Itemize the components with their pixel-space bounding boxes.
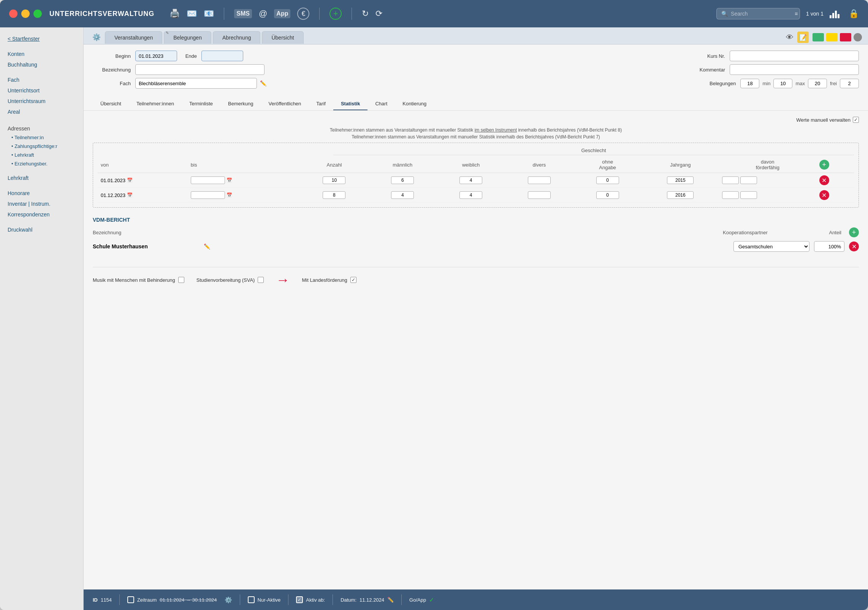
eye-icon[interactable]: 👁: [786, 33, 794, 42]
fach-edit-icon[interactable]: ✏️: [260, 80, 266, 86]
zeitraum-checkbox[interactable]: [127, 596, 134, 603]
vdm-anteil-input[interactable]: [814, 241, 844, 252]
row2-jahrgang-input[interactable]: [667, 191, 694, 199]
sidebar-item-unterrichtsraum[interactable]: Unterrichtsraum: [0, 96, 83, 106]
row1-bis-cal[interactable]: 📅: [227, 178, 232, 183]
landesfoerderung-checkbox[interactable]: [350, 277, 356, 283]
note-icon[interactable]: 📝: [797, 32, 809, 43]
info-line2: Teilnehmer:innen stammen aus Veranstaltu…: [93, 134, 859, 140]
settings-tab-icon[interactable]: ⚙️: [90, 30, 103, 44]
add-row-button[interactable]: +: [819, 160, 829, 170]
beginn-input[interactable]: [135, 51, 177, 61]
musik-checkbox[interactable]: [178, 277, 184, 283]
sub-tab-ubersicht[interactable]: Übersicht: [93, 98, 129, 110]
minimize-button[interactable]: [21, 10, 30, 18]
sidebar-item-unterrichtsort[interactable]: Unterrichtsort: [0, 85, 83, 96]
sidebar-item-areal[interactable]: Areal: [0, 106, 83, 117]
vdm-kooperationspartner-select[interactable]: Gesamtschulen: [733, 241, 809, 252]
close-button[interactable]: [9, 10, 17, 18]
sub-tab-bemerkung[interactable]: Bemerkung: [220, 98, 261, 110]
kommentar-input[interactable]: [730, 64, 859, 75]
add-vdm-button[interactable]: +: [849, 227, 859, 237]
fach-input[interactable]: [135, 78, 257, 89]
sms-icon[interactable]: SMS: [234, 9, 252, 18]
row1-weiblich-input[interactable]: [459, 176, 482, 184]
sb-gear-icon[interactable]: ⚙️: [225, 596, 232, 604]
sidebar-item-inventar[interactable]: Inventar | Instrum.: [0, 199, 83, 209]
aktiv-ab-checkbox[interactable]: ✓: [296, 596, 303, 603]
refresh-icon[interactable]: ↻: [362, 9, 369, 19]
row2-foerder1[interactable]: [722, 191, 739, 199]
row1-anzahl-input[interactable]: [323, 176, 345, 184]
frei-input[interactable]: [840, 79, 859, 88]
add-icon[interactable]: +: [329, 8, 342, 20]
row1-bis-input[interactable]: [191, 176, 225, 184]
row2-bis-cal[interactable]: 📅: [227, 192, 232, 198]
row2-foerder2[interactable]: [740, 191, 757, 199]
sidebar-sub-zahlungspflichtige[interactable]: • Zahlungspflichtige:r: [0, 142, 83, 151]
bezeichnung-input[interactable]: [135, 64, 265, 75]
tab-belegungen[interactable]: Belegungen ✎: [164, 31, 211, 44]
min-input[interactable]: [773, 79, 792, 88]
remove-row1-button[interactable]: ✕: [819, 175, 829, 185]
row1-maennlich-input[interactable]: [391, 176, 414, 184]
row1-ohne-angabe-input[interactable]: [596, 176, 619, 184]
sidebar-item-honorare[interactable]: Honorare: [0, 188, 83, 199]
sidebar-item-konten[interactable]: Konten: [0, 49, 83, 59]
max-input[interactable]: [808, 79, 827, 88]
row1-divers-input[interactable]: [528, 176, 551, 184]
remove-vdm-button[interactable]: ✕: [849, 241, 859, 251]
vdm-edit-icon[interactable]: ✏️: [204, 243, 210, 249]
row2-cal-icon[interactable]: 📅: [127, 192, 133, 198]
nur-aktive-checkbox[interactable]: [248, 596, 255, 603]
werte-checkbox[interactable]: [853, 117, 859, 123]
belegungen-input[interactable]: [740, 79, 759, 88]
euro-icon[interactable]: €: [297, 8, 309, 20]
tab-abrechnung[interactable]: Abrechnung: [213, 31, 261, 44]
sub-tabbar: Übersicht Teilnehmer:innen Terminliste B…: [84, 98, 868, 111]
row1-jahrgang-input[interactable]: [667, 176, 694, 184]
row2-divers-input[interactable]: [528, 191, 551, 199]
app-icon[interactable]: App: [274, 9, 290, 18]
maximize-button[interactable]: [33, 10, 42, 18]
sidebar-item-lehrkraft[interactable]: Lehrkraft: [0, 173, 83, 183]
sub-tab-statistik[interactable]: Statistik: [333, 98, 368, 110]
row2-maennlich-input[interactable]: [391, 191, 414, 199]
sub-tab-teilnehmer[interactable]: Teilnehmer:innen: [129, 98, 182, 110]
tab-ubersicht[interactable]: Übersicht: [262, 31, 303, 44]
sidebar-sub-erziehungsber[interactable]: • Erziehungsber.: [0, 159, 83, 168]
sub-tab-kontierung[interactable]: Kontierung: [395, 98, 434, 110]
studienvorbereitung-checkbox[interactable]: [258, 277, 264, 283]
print-icon[interactable]: 🖨️: [169, 9, 180, 19]
sb-datum-edit[interactable]: ✏️: [387, 597, 394, 603]
sidebar-item-druckwahl[interactable]: Druckwahl: [0, 224, 83, 235]
tab-veranstaltungen[interactable]: Veranstaltungen: [105, 31, 162, 44]
row1-foerder2[interactable]: [740, 176, 757, 184]
remove-row2-button[interactable]: ✕: [819, 190, 829, 200]
sidebar-item-buchhaltung[interactable]: Buchhaltung: [0, 59, 83, 70]
search-box[interactable]: 🔍 ≡: [716, 8, 800, 19]
sub-tab-tarif[interactable]: Tarif: [309, 98, 333, 110]
search-input[interactable]: [731, 11, 792, 17]
sidebar-item-korrespondenzen[interactable]: Korrespondenzen: [0, 209, 83, 220]
at-icon[interactable]: @: [259, 9, 267, 19]
help-icon[interactable]: ⟳: [375, 9, 382, 19]
row1-cal-icon[interactable]: 📅: [127, 178, 133, 183]
row2-ohne-angabe-input[interactable]: [596, 191, 619, 199]
sidebar-sub-lehrkraft[interactable]: • Lehrkraft: [0, 151, 83, 159]
sub-tab-terminliste[interactable]: Terminliste: [182, 98, 220, 110]
sidebar-item-fach[interactable]: Fach: [0, 75, 83, 85]
row2-anzahl-input[interactable]: [323, 191, 345, 199]
sub-tab-chart[interactable]: Chart: [367, 98, 395, 110]
sidebar-sub-teilnehmer[interactable]: • Teilnehmer:in: [0, 133, 83, 142]
ende-input[interactable]: [201, 51, 243, 61]
row2-weiblich-input[interactable]: [459, 191, 482, 199]
mail2-icon[interactable]: 📧: [204, 9, 214, 19]
row1-foerder1[interactable]: [722, 176, 739, 184]
row2-bis-input[interactable]: [191, 191, 225, 199]
kurs-nr-input[interactable]: [730, 51, 859, 61]
mail-icon[interactable]: ✉️: [187, 9, 197, 19]
sub-tab-veroeffentlichen[interactable]: Veröffentlichen: [261, 98, 309, 110]
sidebar-item-startfenster[interactable]: < Startfenster: [0, 33, 83, 44]
sb-aktiv-ab: ✓ Aktiv ab:: [296, 596, 325, 603]
